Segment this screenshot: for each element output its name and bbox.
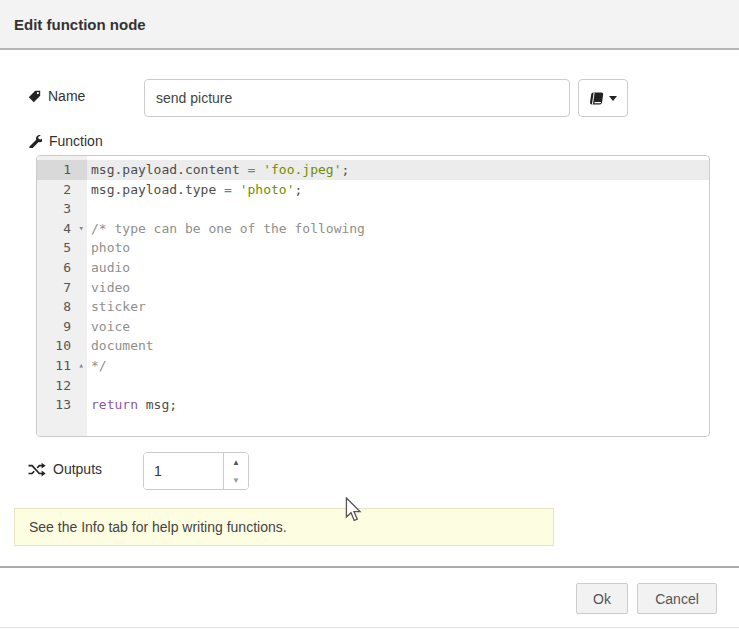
fold-close-icon[interactable]: ▴ [79, 356, 84, 376]
outputs-label: Outputs [28, 461, 102, 477]
info-tip-text: See the Info tab for help writing functi… [29, 519, 287, 535]
line-number[interactable]: 5 [37, 238, 87, 258]
code-line[interactable]: 8sticker [37, 297, 709, 317]
ok-button[interactable]: Ok [576, 583, 628, 614]
line-number[interactable]: 1 [37, 160, 87, 180]
code-line-text [87, 199, 91, 219]
cancel-button[interactable]: Cancel [637, 583, 717, 614]
function-label: Function [28, 133, 103, 149]
dialog-title: Edit function node [14, 16, 146, 33]
code-line[interactable]: 11▴*/ [37, 356, 709, 376]
code-line-text: msg.payload.content = 'foo.jpeg'; [87, 160, 349, 180]
book-icon [589, 92, 604, 105]
line-number[interactable]: 10 [37, 336, 87, 356]
code-line-text [87, 376, 91, 396]
tag-icon [28, 90, 41, 103]
code-line[interactable]: 12 [37, 376, 709, 396]
code-line-text: /* type can be one of the following [87, 219, 365, 239]
wrench-icon [28, 134, 42, 148]
code-editor-lines: 1msg.payload.content = 'foo.jpeg';2msg.p… [37, 156, 709, 415]
library-button[interactable] [578, 79, 628, 117]
line-number[interactable]: 2 [37, 180, 87, 200]
edit-function-node-dialog: Edit function node Name Function 1msg.pa… [0, 0, 739, 630]
code-line-text: */ [87, 356, 107, 376]
chevron-down-icon [609, 96, 617, 101]
code-line-text: msg.payload.type = 'photo'; [87, 180, 302, 200]
fold-open-icon[interactable]: ▾ [79, 219, 84, 239]
line-number[interactable]: 3 [37, 199, 87, 219]
spinner-down-button[interactable]: ▼ [224, 471, 248, 489]
line-number[interactable]: 7 [37, 278, 87, 298]
code-line-text: return msg; [87, 395, 177, 415]
code-line-text: voice [87, 317, 130, 337]
code-line[interactable]: 10document [37, 336, 709, 356]
spinner-up-button[interactable]: ▲ [224, 453, 248, 471]
shuffle-icon [28, 462, 46, 477]
line-number[interactable]: 6 [37, 258, 87, 278]
code-line-text: audio [87, 258, 130, 278]
code-line[interactable]: 1msg.payload.content = 'foo.jpeg'; [37, 160, 709, 180]
code-line[interactable]: 2msg.payload.type = 'photo'; [37, 180, 709, 200]
line-number[interactable]: 8 [37, 297, 87, 317]
code-line[interactable]: 7video [37, 278, 709, 298]
line-number[interactable]: 11▴ [37, 356, 87, 376]
line-number[interactable]: 13 [37, 395, 87, 415]
footer-separator [0, 566, 739, 568]
dialog-bottom-border [0, 627, 739, 628]
line-number[interactable]: 12 [37, 376, 87, 396]
outputs-input[interactable] [144, 453, 223, 489]
code-line-text: document [87, 336, 154, 356]
outputs-field: ▲ ▼ [143, 452, 249, 490]
name-input[interactable] [144, 79, 570, 117]
name-label-text: Name [48, 88, 85, 104]
code-line-text: video [87, 278, 130, 298]
outputs-spinner: ▲ ▼ [223, 453, 248, 489]
code-line[interactable]: 3 [37, 199, 709, 219]
code-line-text: sticker [87, 297, 146, 317]
code-line[interactable]: 9voice [37, 317, 709, 337]
code-line-text: photo [87, 238, 130, 258]
line-number[interactable]: 4▾ [37, 219, 87, 239]
info-tip: See the Info tab for help writing functi… [14, 508, 554, 546]
code-line[interactable]: 13return msg; [37, 395, 709, 415]
code-editor[interactable]: 1msg.payload.content = 'foo.jpeg';2msg.p… [36, 155, 710, 437]
outputs-label-text: Outputs [53, 461, 102, 477]
line-number[interactable]: 9 [37, 317, 87, 337]
code-line[interactable]: 6audio [37, 258, 709, 278]
name-label: Name [28, 88, 85, 104]
dialog-header: Edit function node [0, 0, 739, 50]
code-line[interactable]: 5photo [37, 238, 709, 258]
function-label-text: Function [49, 133, 103, 149]
code-line[interactable]: 4▾/* type can be one of the following [37, 219, 709, 239]
